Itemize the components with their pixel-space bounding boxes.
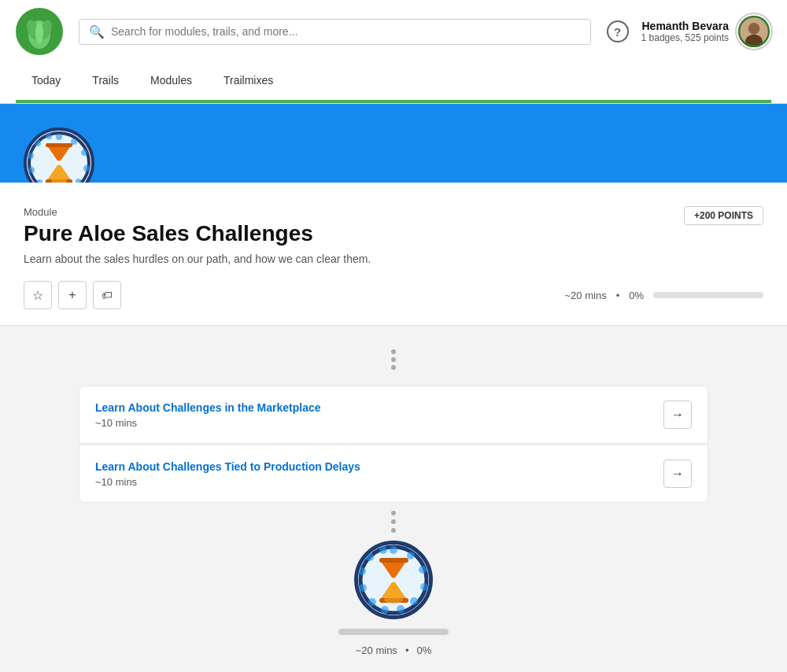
search-bar[interactable]: 🔍	[79, 19, 591, 45]
nav-bar: Today Trails Modules Trailmixes	[16, 63, 771, 100]
nav-item-today[interactable]: Today	[16, 63, 76, 100]
tag-icon: 🏷	[102, 289, 113, 301]
unit-info: Learn About Challenges in the Marketplac…	[95, 401, 321, 429]
svg-point-6	[748, 23, 760, 35]
header: 🔍 ? Hemanth Bevara 1 badges, 525 points	[0, 0, 787, 104]
badge-progress-pct: 0%	[416, 644, 431, 656]
tag-button[interactable]: 🏷	[93, 281, 121, 309]
units-container: Learn About Challenges in the Marketplac…	[79, 386, 708, 503]
svg-point-35	[381, 606, 389, 614]
header-green-line	[16, 100, 771, 103]
user-info: Hemanth Bevara 1 badges, 525 points	[641, 14, 771, 49]
svg-point-30	[407, 552, 415, 559]
main-content: Learn About Challenges in the Marketplac…	[0, 326, 787, 672]
arrow-right-icon: →	[671, 408, 684, 422]
svg-point-40	[379, 546, 387, 554]
svg-point-27	[57, 161, 61, 165]
svg-point-18	[28, 167, 35, 173]
search-input[interactable]	[111, 25, 581, 38]
progress-bar	[653, 292, 763, 298]
bottom-connector	[391, 511, 396, 533]
header-top: 🔍 ? Hemanth Bevara 1 badges, 525 points	[16, 0, 771, 63]
action-buttons: ☆ + 🏷	[24, 281, 121, 309]
points-badge: +200 POINTS	[684, 206, 763, 225]
unit-title-1[interactable]: Learn About Challenges Tied to Productio…	[95, 460, 360, 473]
unit-info: Learn About Challenges Tied to Productio…	[95, 460, 360, 488]
dot	[391, 357, 396, 362]
svg-point-10	[56, 134, 62, 140]
module-meta: ~20 mins • 0%	[565, 290, 763, 301]
module-actions-row: ☆ + 🏷 ~20 mins • 0%	[24, 281, 763, 309]
user-stats: 1 badges, 525 points	[641, 32, 729, 43]
dot	[391, 511, 396, 515]
bottom-badge-section: ~20 mins • 0%	[24, 511, 763, 656]
dot	[391, 519, 396, 524]
nav-item-trails[interactable]: Trails	[76, 63, 135, 100]
svg-point-29	[390, 546, 397, 554]
unit-title-0[interactable]: Learn About Challenges in the Marketplac…	[95, 401, 321, 414]
header-right: ? Hemanth Bevara 1 badges, 525 points	[607, 14, 771, 49]
svg-point-31	[419, 566, 427, 574]
unit-arrow-button-1[interactable]: →	[663, 460, 692, 488]
unit-card[interactable]: Learn About Challenges Tied to Productio…	[79, 445, 708, 503]
svg-rect-43	[379, 558, 408, 563]
module-header: +200 POINTS Module Pure Aloe Sales Chall…	[0, 183, 787, 326]
svg-point-34	[397, 605, 405, 613]
svg-point-13	[83, 165, 90, 172]
badge-separator: •	[405, 644, 409, 656]
badge-meta: ~20 mins • 0%	[356, 644, 431, 656]
svg-point-46	[391, 578, 396, 582]
connector-dots-top	[386, 349, 401, 370]
module-label: Module	[24, 206, 763, 218]
svg-point-20	[35, 140, 41, 146]
star-icon: ☆	[32, 288, 43, 303]
badge-time: ~20 mins	[356, 644, 397, 656]
nav-item-trailmixes[interactable]: Trailmixes	[208, 63, 289, 100]
unit-card[interactable]: Learn About Challenges in the Marketplac…	[79, 386, 708, 444]
svg-point-38	[358, 567, 366, 575]
svg-point-33	[410, 597, 418, 605]
svg-point-36	[368, 598, 376, 606]
svg-point-45	[384, 596, 403, 604]
unit-time-0: ~10 mins	[95, 417, 321, 429]
unit-arrow-button-0[interactable]: →	[663, 401, 692, 429]
svg-point-39	[366, 553, 374, 561]
svg-rect-24	[46, 143, 72, 147]
module-time: ~20 mins	[565, 290, 607, 301]
meta-separator: •	[616, 290, 620, 301]
user-details: Hemanth Bevara 1 badges, 525 points	[641, 20, 729, 43]
hero-section	[0, 104, 787, 183]
svg-point-4	[35, 22, 43, 44]
svg-point-37	[359, 584, 367, 592]
dot	[391, 365, 396, 370]
add-button[interactable]: +	[58, 281, 87, 309]
star-button[interactable]: ☆	[24, 281, 52, 309]
arrow-right-icon: →	[671, 467, 684, 481]
svg-point-19	[28, 153, 34, 159]
avatar	[737, 14, 771, 49]
search-icon: 🔍	[89, 24, 105, 39]
plus-icon: +	[68, 288, 76, 302]
nav-item-modules[interactable]: Modules	[135, 63, 208, 100]
module-description: Learn about the sales hurdles on our pat…	[24, 253, 763, 265]
logo	[16, 8, 63, 55]
dot	[391, 528, 396, 533]
svg-point-12	[81, 150, 87, 156]
module-progress-pct: 0%	[629, 290, 644, 301]
help-button[interactable]: ?	[607, 20, 629, 42]
svg-point-32	[420, 583, 428, 591]
dot	[391, 349, 396, 354]
user-name: Hemanth Bevara	[641, 20, 729, 32]
svg-point-21	[46, 133, 52, 139]
badge-progress-bar	[338, 629, 449, 635]
module-completion-badge	[354, 541, 433, 619]
unit-time-1: ~10 mins	[95, 476, 360, 488]
module-title: Pure Aloe Sales Challenges	[24, 221, 763, 246]
